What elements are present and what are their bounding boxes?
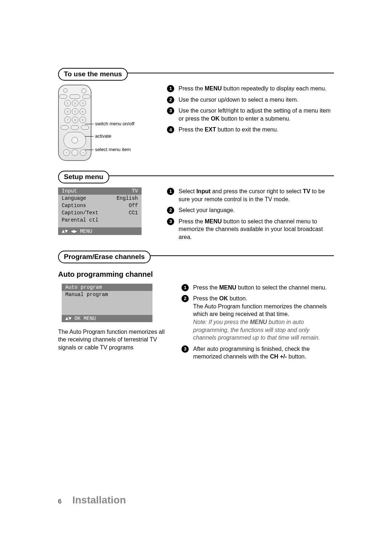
step-number-icon: 3 xyxy=(181,345,189,353)
osd-row: Auto program xyxy=(62,284,152,291)
step-item: 2 Press the OK button. The Auto Program … xyxy=(181,295,334,345)
program-osd: Auto program Manual program ▲▼ OK MENU xyxy=(62,284,152,322)
osd-row: Parental ctl xyxy=(58,216,142,224)
remote-numpad: 123 456 789 xyxy=(64,100,85,123)
step-item: 1 Press the MENU button repeatedly to di… xyxy=(167,85,334,96)
step-number-icon: 4 xyxy=(167,126,174,133)
step-number-icon: 1 xyxy=(167,85,174,92)
section-heading: To use the menus xyxy=(58,68,128,81)
callout-activate: activate xyxy=(95,133,111,139)
step-item: 4 Press the EXT button to exit the menu. xyxy=(167,126,334,137)
setup-menu-columns: InputTV LanguageEnglish CaptionsOff Capt… xyxy=(58,187,334,244)
setup-osd-column: InputTV LanguageEnglish CaptionsOff Capt… xyxy=(58,187,152,244)
osd-footer: ▲▼ ◀▶ MENU xyxy=(58,227,142,235)
step-item: 3 Use the cursor left/right to adjust th… xyxy=(167,107,334,126)
osd-row: Caption/TextCC1 xyxy=(58,209,142,216)
setup-menu-steps: 1 Select Input and press the cursor righ… xyxy=(167,187,334,244)
osd-row: Manual program xyxy=(62,291,152,298)
manual-page: To use the menus 123 456 789 xyxy=(0,0,392,555)
step-item: 2 Use the cursor up/down to select a men… xyxy=(167,96,334,107)
remote-dpad xyxy=(64,132,86,149)
step-item: 1 Select Input and press the cursor righ… xyxy=(167,187,334,206)
program-osd-column: Auto program Manual program ▲▼ OK MENU T… xyxy=(58,284,167,364)
step-number-icon: 3 xyxy=(167,107,174,114)
remote-callouts: switch menu on/off activate select menu … xyxy=(95,121,134,153)
osd-row: LanguageEnglish xyxy=(58,195,142,202)
page-number: 6 xyxy=(58,498,61,505)
step-item: 3 Press the MENU button to select the ch… xyxy=(167,218,334,244)
osd-footer: ▲▼ OK MENU xyxy=(62,315,152,322)
note-text: Note: If you press the MENU button in au… xyxy=(193,319,320,341)
left-body-text: The Auto Program function memorizes all … xyxy=(58,328,167,352)
section-heading: Setup menu xyxy=(58,171,109,183)
use-menus-steps: 1 Press the MENU button repeatedly to di… xyxy=(167,85,334,165)
osd-row: InputTV xyxy=(58,187,142,195)
step-number-icon: 1 xyxy=(181,284,189,291)
page-footer: 6 Installation xyxy=(58,494,126,506)
step-number-icon: 1 xyxy=(167,188,174,195)
step-item: 1 Press the MENU button to select the ch… xyxy=(181,284,334,295)
step-item: 3 After auto programming is finished, ch… xyxy=(181,345,334,364)
use-menus-columns: 123 456 789 + + switch menu on/off activ… xyxy=(58,85,334,165)
remote-column: 123 456 789 + + switch menu on/off activ… xyxy=(58,85,152,165)
callout-menu: switch menu on/off xyxy=(95,121,134,126)
program-erase-steps: 1 Press the MENU button to select the ch… xyxy=(181,284,334,364)
step-number-icon: 2 xyxy=(167,96,174,104)
step-number-icon: 2 xyxy=(181,295,189,302)
step-number-icon: 3 xyxy=(167,218,174,225)
setup-osd: InputTV LanguageEnglish CaptionsOff Capt… xyxy=(58,187,142,235)
section-heading-wrap: To use the menus xyxy=(58,68,334,81)
footer-section-name: Installation xyxy=(72,494,126,506)
section-heading: Program/Erase channels xyxy=(58,251,151,263)
program-erase-columns: Auto program Manual program ▲▼ OK MENU T… xyxy=(58,284,334,364)
step-item: 2 Select your language. xyxy=(167,206,334,218)
step-number-icon: 2 xyxy=(167,207,174,214)
sub-heading: Auto programming channel xyxy=(58,270,334,279)
osd-row: CaptionsOff xyxy=(58,202,142,209)
callout-select: select menu item xyxy=(95,147,131,152)
